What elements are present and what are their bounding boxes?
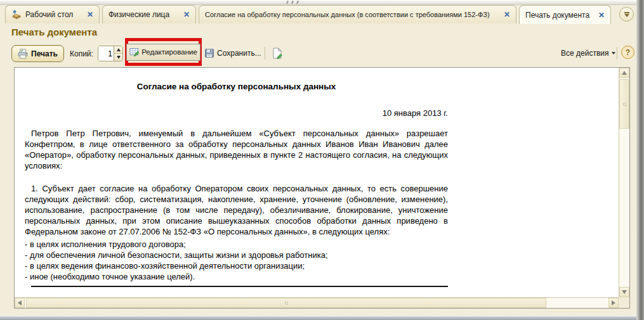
scroll-up-button[interactable]: [619, 68, 629, 78]
document-title: Согласие на обработку персональных данны…: [25, 81, 448, 92]
toolbar-separator: [265, 47, 265, 60]
table-edit-icon: [129, 47, 140, 57]
toolbar-separator: [617, 47, 617, 60]
chevron-down-icon: [624, 14, 629, 17]
thumb-grip-icon: [623, 103, 626, 106]
thumb-grip-icon: [285, 302, 288, 305]
document-bullet: - иное (необходимо точное указание целей…: [25, 271, 448, 282]
tab-label: Физические лица: [108, 10, 177, 19]
document-date: 10 января 2013 г.: [25, 108, 448, 118]
spin-up-button[interactable]: [114, 46, 122, 54]
document-paragraph: Петров Петр Петрович, именуемый в дальне…: [25, 128, 448, 171]
gripper-icon: [296, 1, 299, 4]
document-bullet: - в целях ведения финансово-хозяйственно…: [25, 260, 448, 271]
tab-label: Печать документа: [525, 11, 592, 20]
vertical-scroll-thumb[interactable]: [619, 79, 629, 129]
tab-desktop[interactable]: Рабочий стол ✕: [5, 5, 100, 23]
arrow-right-icon: [612, 300, 615, 305]
desktop-icon: [11, 10, 22, 20]
scrollbar-corner: [619, 297, 629, 308]
gripper-icon: [286, 1, 289, 4]
document-preview-panel: Согласие на обработку персональных данны…: [14, 67, 630, 309]
arrow-down-icon: [117, 56, 121, 59]
tab-print-document[interactable]: Печать документа ✕: [519, 5, 611, 24]
gripper-icon: [291, 1, 294, 4]
horizontal-scroll-thumb[interactable]: [26, 298, 546, 308]
print-button-label: Печать: [31, 49, 58, 58]
all-actions-button[interactable]: Все действия: [561, 49, 615, 58]
document-paragraph: 1. Субъект дает согласие на обработку Оп…: [25, 183, 448, 237]
save-icon: [204, 48, 214, 58]
tab-consent-form[interactable]: Согласие на обработку персональных данны…: [199, 5, 516, 23]
close-icon[interactable]: ✕: [504, 11, 510, 18]
scroll-right-button[interactable]: [608, 298, 619, 308]
arrow-up-icon: [117, 48, 121, 51]
annotation-highlight-box: Редактирование: [125, 38, 202, 66]
tab-list-dropdown-button[interactable]: [619, 7, 634, 22]
printer-icon: [18, 49, 28, 59]
window-right-edge: [636, 0, 644, 320]
tab-label: Согласие на обработку персональных данны…: [205, 11, 497, 18]
copies-input[interactable]: [98, 46, 114, 61]
help-button[interactable]: ?: [621, 46, 634, 59]
edit-button[interactable]: Редактирование: [126, 44, 200, 61]
vertical-scrollbar[interactable]: [619, 68, 629, 297]
chevron-down-icon: [612, 52, 615, 54]
chevron-down-icon: [624, 12, 629, 13]
scroll-left-button[interactable]: [15, 298, 25, 308]
close-icon[interactable]: ✕: [598, 11, 605, 19]
all-actions-label: Все действия: [561, 49, 608, 58]
close-icon[interactable]: ✕: [183, 11, 190, 18]
edit-button-label: Редактирование: [141, 48, 197, 56]
arrow-left-icon: [18, 300, 22, 305]
copies-label: Копий:: [70, 49, 93, 58]
spin-down-button[interactable]: [114, 54, 122, 61]
page-pencil-icon: [272, 48, 283, 59]
page-title: Печать документа: [11, 27, 97, 37]
document-page: Согласие на обработку персональных данны…: [15, 68, 619, 297]
document-edit-button[interactable]: [270, 46, 285, 61]
tab-individuals[interactable]: Физические лица ✕: [102, 5, 196, 23]
horizontal-scrollbar[interactable]: [15, 297, 619, 308]
window-top-edge: [0, 0, 644, 5]
close-icon[interactable]: ✕: [87, 11, 93, 18]
signature-line: [31, 286, 448, 287]
save-button[interactable]: Сохранить...: [204, 46, 261, 60]
copies-stepper[interactable]: [98, 46, 123, 61]
save-button-label: Сохранить...: [217, 49, 261, 58]
print-button[interactable]: Печать: [11, 45, 64, 62]
application-window: Рабочий стол ✕ Физические лица ✕ Согласи…: [0, 0, 644, 320]
document-bullet: - для обеспечения личной безопасности, з…: [25, 250, 448, 260]
arrow-up-icon: [622, 71, 627, 75]
scroll-down-button[interactable]: [619, 287, 629, 297]
tab-label: Рабочий стол: [25, 10, 81, 19]
document-bullet: - в целях исполнения трудового договора;: [25, 239, 448, 250]
arrow-down-icon: [622, 290, 627, 294]
help-icon: ?: [626, 48, 630, 57]
window-bottom-edge: [0, 316, 636, 320]
